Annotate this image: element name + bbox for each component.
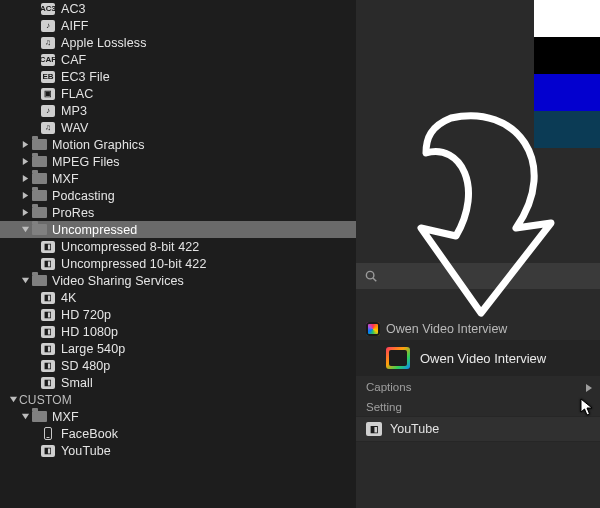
- tree-item-sd480p[interactable]: ◧ SD 480p: [0, 357, 356, 374]
- tree-item-label: Video Sharing Services: [52, 274, 184, 288]
- preset-icon: ◧: [40, 291, 56, 305]
- tree-item-label: 4K: [61, 291, 77, 305]
- tree-item-label: FLAC: [61, 87, 93, 101]
- tree-item-label: Uncompressed 8-bit 422: [61, 240, 199, 254]
- tree-item-label: SD 480p: [61, 359, 110, 373]
- project-thumbnail-icon: [386, 347, 410, 369]
- tree-item-label: ProRes: [52, 206, 94, 220]
- tree-folder-video-sharing[interactable]: Video Sharing Services: [0, 272, 356, 289]
- preview-segment: [534, 111, 600, 148]
- settings-tree: AC3 AC3 ♪ AIFF ♫ Apple Lossless CAF CAF …: [0, 0, 356, 459]
- tree-folder-custom-mxf[interactable]: MXF: [0, 408, 356, 425]
- preset-icon: ◧: [40, 359, 56, 373]
- job-project-row[interactable]: Owen Video Interview: [356, 340, 600, 376]
- disclosure-right-icon: [20, 208, 30, 218]
- batch-search-input[interactable]: [384, 269, 592, 283]
- job-detail-header: Owen Video Interview: [356, 318, 600, 340]
- folder-icon: [31, 189, 47, 203]
- tree-item-label: HD 1080p: [61, 325, 118, 339]
- preset-icon: ◧: [366, 422, 382, 436]
- tree-item-hd720p[interactable]: ◧ HD 720p: [0, 306, 356, 323]
- tree-item-label: AIFF: [61, 19, 88, 33]
- folder-icon: [31, 155, 47, 169]
- preset-icon: ◧: [40, 444, 56, 458]
- tree-item-apple-lossless[interactable]: ♫ Apple Lossless: [0, 34, 356, 51]
- tree-item-wav[interactable]: ♫ WAV: [0, 119, 356, 136]
- preset-icon: AC3: [40, 2, 56, 16]
- captions-field[interactable]: Captions: [356, 376, 600, 398]
- tree-section-label: CUSTOM: [19, 393, 72, 407]
- job-detail-panel: Owen Video Interview Owen Video Intervie…: [356, 316, 600, 508]
- preset-icon: ♪: [40, 104, 56, 118]
- tree-item-label: Large 540p: [61, 342, 125, 356]
- folder-icon: [31, 223, 47, 237]
- folder-icon: [31, 410, 47, 424]
- folder-icon: [31, 138, 47, 152]
- disclosure-right-icon: [20, 174, 30, 184]
- tree-item-label: Uncompressed 10-bit 422: [61, 257, 206, 271]
- disclosure-right-icon: [20, 157, 30, 167]
- preset-icon: ▣: [40, 87, 56, 101]
- setting-label: Setting: [366, 401, 402, 413]
- tree-item-label: YouTube: [61, 444, 111, 458]
- tree-item-label: Uncompressed: [52, 223, 137, 237]
- chevron-right-icon: [584, 382, 594, 392]
- tree-folder-prores[interactable]: ProRes: [0, 204, 356, 221]
- preset-icon: ◧: [40, 325, 56, 339]
- preset-icon: EB: [40, 70, 56, 84]
- tree-item-mp3[interactable]: ♪ MP3: [0, 102, 356, 119]
- tree-item-4k[interactable]: ◧ 4K: [0, 289, 356, 306]
- setting-field-header: Setting: [356, 398, 600, 416]
- device-icon: [40, 427, 56, 441]
- tree-item-label: HD 720p: [61, 308, 111, 322]
- preview-segment: [534, 0, 600, 37]
- preset-icon: ♪: [40, 19, 56, 33]
- tree-section-custom[interactable]: CUSTOM: [0, 391, 356, 408]
- captions-label: Captions: [366, 381, 411, 393]
- settings-sidebar: AC3 AC3 ♪ AIFF ♫ Apple Lossless CAF CAF …: [0, 0, 356, 508]
- tree-item-label: MP3: [61, 104, 87, 118]
- tree-item-label: MXF: [52, 410, 79, 424]
- tree-item-label: WAV: [61, 121, 88, 135]
- tree-item-caf[interactable]: CAF CAF: [0, 51, 356, 68]
- tree-item-label: Podcasting: [52, 189, 115, 203]
- job-detail-title: Owen Video Interview: [386, 322, 507, 336]
- preset-icon: ♫: [40, 36, 56, 50]
- svg-line-1: [373, 278, 376, 281]
- tree-item-large540p[interactable]: ◧ Large 540p: [0, 340, 356, 357]
- tree-item-label: FaceBook: [61, 427, 118, 441]
- tree-item-flac[interactable]: ▣ FLAC: [0, 85, 356, 102]
- tree-item-ec3[interactable]: EB EC3 File: [0, 68, 356, 85]
- disclosure-down-icon: [20, 412, 30, 422]
- tree-folder-podcasting[interactable]: Podcasting: [0, 187, 356, 204]
- tree-item-label: MPEG Files: [52, 155, 120, 169]
- disclosure-down-icon: [20, 225, 30, 235]
- disclosure-down-icon: [20, 276, 30, 286]
- tree-item-label: Motion Graphics: [52, 138, 145, 152]
- tree-folder-mpeg-files[interactable]: MPEG Files: [0, 153, 356, 170]
- preview-segment: [534, 37, 600, 74]
- tree-item-uncompressed-10bit[interactable]: ◧ Uncompressed 10-bit 422: [0, 255, 356, 272]
- tree-item-youtube[interactable]: ◧ YouTube: [0, 442, 356, 459]
- tree-item-facebook[interactable]: FaceBook: [0, 425, 356, 442]
- tree-item-label: Small: [61, 376, 93, 390]
- disclosure-right-icon: [20, 191, 30, 201]
- batch-search-row: [356, 263, 600, 289]
- tree-item-aiff[interactable]: ♪ AIFF: [0, 17, 356, 34]
- preset-icon: ◧: [40, 342, 56, 356]
- tree-item-label: AC3: [61, 2, 86, 16]
- preset-icon: ◧: [40, 257, 56, 271]
- tree-item-hd1080p[interactable]: ◧ HD 1080p: [0, 323, 356, 340]
- project-name-label: Owen Video Interview: [420, 351, 546, 366]
- setting-value-row[interactable]: ◧ YouTube: [356, 416, 600, 442]
- folder-icon: [31, 172, 47, 186]
- tree-item-ac3[interactable]: AC3 AC3: [0, 0, 356, 17]
- tree-item-small[interactable]: ◧ Small: [0, 374, 356, 391]
- svg-point-0: [366, 271, 374, 279]
- tree-folder-motion-graphics[interactable]: Motion Graphics: [0, 136, 356, 153]
- preset-icon: ◧: [40, 376, 56, 390]
- setting-value-label: YouTube: [390, 422, 439, 436]
- tree-folder-uncompressed[interactable]: Uncompressed: [0, 221, 356, 238]
- tree-folder-mxf[interactable]: MXF: [0, 170, 356, 187]
- tree-item-uncompressed-8bit[interactable]: ◧ Uncompressed 8-bit 422: [0, 238, 356, 255]
